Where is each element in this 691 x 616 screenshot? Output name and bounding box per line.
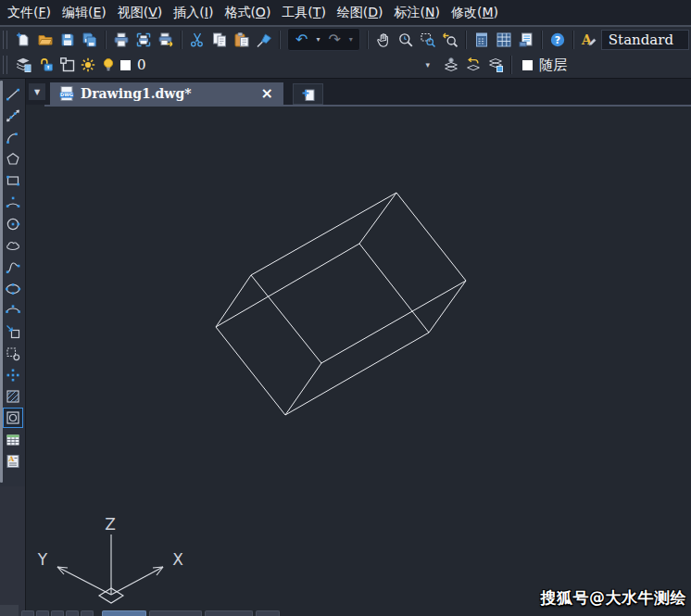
text-style-value: Standard	[609, 31, 673, 48]
toolbar-grip[interactable]	[3, 56, 7, 74]
region-tool[interactable]	[3, 408, 23, 428]
polygon-tool[interactable]	[3, 149, 23, 170]
construction-line-tool[interactable]	[3, 106, 23, 126]
ellipse-icon	[5, 281, 21, 297]
mtext-tool[interactable]: A	[3, 451, 23, 471]
text-style-button[interactable]: A	[578, 29, 600, 51]
open-file-button[interactable]	[34, 29, 57, 51]
ucs-axis-label-x: X	[172, 550, 183, 569]
draw-toolbar-grip[interactable]	[0, 81, 3, 483]
menu-insert[interactable]: 插入(I)	[168, 1, 219, 25]
layer-color-swatch	[120, 60, 131, 70]
toolbar-separator	[181, 31, 182, 49]
drawing-tab[interactable]: DWG Drawing1.dwg* ×	[50, 82, 283, 105]
save-button[interactable]	[57, 29, 79, 51]
file-tab-bar: ▼ DWG Drawing1.dwg* ×	[26, 79, 691, 105]
make-object-layer-current-button[interactable]	[440, 54, 462, 76]
new-file-icon	[15, 31, 31, 48]
dwg-file-icon: DWG	[58, 85, 75, 102]
menu-format[interactable]: 格式(O)	[219, 1, 276, 25]
watermark: 搜狐号@大水牛测绘	[541, 587, 687, 609]
menu-tools[interactable]: 工具(T)	[276, 1, 332, 25]
pan-button[interactable]	[372, 29, 395, 51]
spline-tool[interactable]	[3, 257, 23, 277]
color-combo[interactable]: 随层	[516, 53, 691, 77]
new-tab-button[interactable]	[293, 83, 323, 105]
insert-block-tool[interactable]	[3, 321, 23, 342]
text-style-combo[interactable]: Standard	[601, 30, 689, 50]
layer-on-bulb-icon	[100, 57, 117, 73]
line-tool[interactable]	[3, 84, 23, 105]
make-object-layer-current-icon	[443, 57, 459, 73]
tab-overflow-button[interactable]: ▼	[29, 83, 45, 100]
paste-button[interactable]	[231, 29, 253, 51]
hatch-tool[interactable]	[3, 386, 23, 407]
match-properties-button[interactable]	[253, 29, 275, 51]
zoom-previous-icon	[442, 31, 459, 48]
ellipse-tool[interactable]	[3, 279, 23, 299]
zoom-realtime-button[interactable]	[395, 29, 417, 51]
design-center-button[interactable]	[493, 29, 515, 51]
redo-list-button[interactable]: ▾	[346, 35, 357, 44]
rectangle-tool[interactable]	[3, 170, 23, 191]
menu-draw[interactable]: 绘图(D)	[332, 1, 389, 25]
hatch-icon	[5, 388, 21, 405]
plot-export-button[interactable]	[155, 29, 177, 51]
layer-unlock-icon	[39, 57, 56, 73]
layer-combo-dropdown-icon[interactable]: ▾	[425, 60, 435, 69]
undo-redo-cluster: ↶▾↷▾	[287, 28, 360, 51]
svg-text:?: ?	[555, 34, 560, 46]
table-tool[interactable]	[3, 430, 23, 450]
toolbar-grip[interactable]	[3, 31, 7, 49]
layer-thaw-sun-icon	[80, 57, 96, 73]
toolbar-separator	[510, 56, 512, 74]
circle-tool[interactable]	[3, 214, 23, 234]
draw-toolbar: A	[0, 79, 26, 486]
redo-button[interactable]: ↷	[323, 32, 345, 47]
print-preview-button[interactable]	[132, 29, 155, 51]
menu-dimension[interactable]: 标注(N)	[389, 1, 446, 25]
menu-edit[interactable]: 编辑(E)	[57, 1, 112, 25]
menu-view[interactable]: 视图(V)	[112, 1, 169, 25]
print-icon	[113, 31, 130, 48]
arc-icon	[5, 194, 21, 210]
print-button[interactable]	[110, 29, 132, 51]
tool-palettes-button[interactable]	[515, 29, 537, 51]
zoom-window-button[interactable]	[417, 29, 439, 51]
save-icon	[59, 31, 76, 48]
toolbar-separator	[572, 31, 574, 49]
print-preview-icon	[135, 31, 152, 48]
layer-states-manager-button[interactable]	[484, 54, 507, 76]
zoom-window-icon	[420, 31, 436, 48]
cad-window: 文件(F)编辑(E)视图(V)插入(I)格式(O)工具(T)绘图(D)标注(N)…	[0, 0, 691, 616]
layer-combo[interactable]: 0 ▾	[34, 53, 440, 77]
new-file-button[interactable]	[12, 29, 34, 51]
copy-button[interactable]	[208, 29, 231, 51]
drawing-canvas[interactable]: ZYX 搜狐号@大水牛测绘	[26, 105, 691, 616]
menu-modify[interactable]: 修改(M)	[446, 1, 504, 25]
tab-close-button[interactable]: ×	[259, 86, 275, 101]
zoom-previous-button[interactable]	[439, 29, 461, 51]
cut-button[interactable]	[186, 29, 208, 51]
arc-tool[interactable]	[3, 192, 23, 212]
layer-properties-manager-button[interactable]	[12, 54, 34, 76]
undo-list-button[interactable]: ▾	[312, 35, 323, 44]
create-block-tool[interactable]	[3, 344, 23, 364]
dock-area	[0, 486, 26, 616]
table-icon	[5, 432, 21, 448]
menu-file[interactable]: 文件(F)	[2, 1, 57, 25]
properties-palette-button[interactable]	[471, 29, 493, 51]
save-all-button[interactable]	[79, 29, 101, 51]
point-tool[interactable]	[3, 365, 23, 385]
undo-button[interactable]: ↶	[291, 32, 312, 47]
help-button[interactable]: ?	[547, 29, 569, 51]
layer-previous-icon	[465, 57, 482, 73]
spline-icon	[5, 258, 21, 275]
revision-cloud-tool[interactable]	[3, 235, 23, 256]
polyline-tool[interactable]	[3, 128, 23, 148]
ucs-axis-label-y: Y	[37, 550, 48, 569]
ellipse-arc-tool[interactable]	[3, 300, 23, 321]
copy-icon	[211, 31, 228, 48]
layer-previous-button[interactable]	[462, 54, 484, 76]
plot-export-icon	[157, 31, 174, 48]
